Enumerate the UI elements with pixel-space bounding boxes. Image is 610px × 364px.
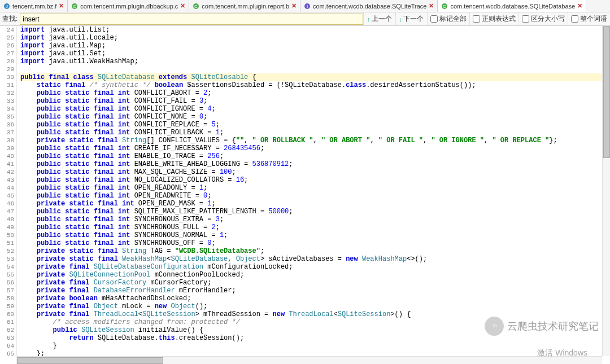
line-number: 61 [0,318,14,326]
code-line[interactable]: import java.util.List; [20,26,610,34]
editor-tabs: Jtencent.mm.bz.f ✕Ccom.tencent.mm.plugin… [0,0,610,12]
line-number: 45 [0,192,14,200]
code-line[interactable]: import java.util.Set; [20,50,610,58]
line-number: 65 [0,350,14,358]
file-type-icon: I [304,3,311,10]
checkbox[interactable] [473,15,480,23]
line-number: 30 [0,73,14,81]
line-number: 62 [0,326,14,334]
code-line[interactable]: /* access modifiers changed from: protec… [20,318,610,326]
code-line[interactable]: import java.util.Locale; [20,34,610,42]
line-number: 24 [0,26,14,34]
editor-tab[interactable]: Icom.tencent.wcdb.database.SQLiteTrace ✕ [300,0,438,12]
line-number: 48 [0,216,14,223]
code-line[interactable]: public static final int SYNCHRONOUS_EXTR… [20,216,610,223]
code-line[interactable]: public static final int CONFLICT_NONE = … [20,113,610,121]
line-number: 42 [0,168,14,176]
code-line[interactable]: private boolean mHasAttachedDbsLocked; [20,295,610,302]
line-gutter: 2425262728293031323334353637383940414243… [0,26,17,364]
scrollbar-thumb[interactable] [17,357,163,364]
code-line[interactable]: private static final WeakHashMap<SQLiteD… [20,255,610,263]
search-option[interactable]: 标记全部 [427,12,469,25]
search-option[interactable]: 正则表达式 [469,12,518,25]
code-line[interactable]: return SQLiteDatabase.this.createSession… [20,334,610,342]
line-number: 54 [0,263,14,271]
code-line[interactable]: public static final int SQLITE_MAX_LIKE_… [20,208,610,216]
search-option[interactable]: 区分大小写 [518,12,568,25]
editor-tab[interactable]: Ccom.tencent.wcdb.database.SQLiteDatabas… [438,0,586,12]
code-line[interactable]: private final CursorFactory mCursorFacto… [20,279,610,287]
code-line[interactable]: public static final int MAX_SQL_CACHE_SI… [20,168,610,176]
vertical-scrollbar[interactable] [602,26,610,356]
close-icon[interactable]: ✕ [59,2,64,10]
code-line[interactable]: public static final int CONFLICT_ABORT =… [20,89,610,97]
checkbox[interactable] [430,15,438,23]
code-line[interactable]: public static final int SYNCHRONOUS_OFF … [20,239,610,247]
scrollbar-thumb[interactable] [603,26,610,158]
code-line[interactable] [20,65,610,73]
code-area[interactable]: import java.util.List;import java.util.L… [17,26,610,364]
search-label: 查找: [0,14,20,24]
code-line[interactable]: static final /* synthetic */ boolean $as… [20,81,610,89]
code-line[interactable]: public static final int CONFLICT_REPLACE… [20,121,610,129]
file-type-icon: C [71,3,78,10]
code-line[interactable]: private static final String[] CONFLICT_V… [20,137,610,144]
line-number: 28 [0,58,14,65]
line-number: 53 [0,255,14,263]
code-line[interactable]: private final SQLiteDatabaseConfiguratio… [20,263,610,271]
line-number: 35 [0,113,14,121]
search-input[interactable] [20,14,363,25]
line-number: 46 [0,200,14,208]
svg-text:I: I [307,4,308,9]
code-line[interactable]: public static final int CONFLICT_ROLLBAC… [20,129,610,137]
line-number: 36 [0,121,14,129]
editor-tab[interactable]: Ccom.tencent.mm.plugin.report.b ✕ [189,0,300,12]
editor-tab[interactable]: Ccom.tencent.mm.plugin.dbbackup.c ✕ [68,0,189,12]
close-icon[interactable]: ✕ [577,2,582,10]
svg-text:C: C [73,4,76,9]
code-line[interactable]: public static final int OPEN_READONLY = … [20,184,610,192]
code-line[interactable]: private final Object mLock = new Object(… [20,302,610,310]
code-line[interactable]: public static final int OPEN_READWRITE =… [20,192,610,200]
code-line[interactable]: public static final int SYNCHRONOUS_NORM… [20,231,610,239]
code-line[interactable]: public static final int ENABLE_WRITE_AHE… [20,160,610,168]
svg-text:J: J [6,4,8,9]
code-line[interactable]: import java.util.WeakHashMap; [20,58,610,65]
code-editor[interactable]: 2425262728293031323334353637383940414243… [0,26,610,364]
line-number: 39 [0,144,14,152]
line-number: 32 [0,89,14,97]
code-line[interactable]: public static final int SYNCHRONOUS_FULL… [20,223,610,231]
line-number: 44 [0,184,14,192]
close-icon[interactable]: ✕ [429,2,434,10]
code-line[interactable]: private SQLiteConnectionPool mConnection… [20,271,610,279]
editor-tab[interactable]: Jtencent.mm.bz.f ✕ [0,0,68,12]
file-type-icon: J [3,3,10,10]
code-line[interactable]: public static final int CONFLICT_FAIL = … [20,97,610,105]
tab-label: tencent.mm.bz.f [12,3,56,10]
code-line[interactable]: public static final int NO_LOCALIZED_COL… [20,176,610,184]
search-option[interactable]: 整个词语 [568,12,610,25]
code-line[interactable]: public final class SQLiteDatabase extend… [20,73,610,81]
code-line[interactable]: public SQLiteSession initialValue() { [20,326,610,334]
line-number: 29 [0,65,14,73]
checkbox[interactable] [571,15,578,23]
code-line[interactable]: public static final int CREATE_IF_NECESS… [20,144,610,152]
close-icon[interactable]: ✕ [180,2,185,10]
code-line[interactable]: private static final int OPEN_READ_MASK … [20,200,610,208]
find-prev-button[interactable]: ↑上一个 [363,12,395,25]
code-line[interactable]: private static final String TAG = "WCDB.… [20,247,610,255]
find-next-button[interactable]: ↓下一个 [395,12,428,25]
checkbox[interactable] [522,15,529,23]
code-line[interactable]: } [20,342,610,350]
line-number: 49 [0,223,14,231]
code-line[interactable]: private final ThreadLocal<SQLiteSession>… [20,310,610,318]
line-number: 38 [0,137,14,144]
code-line[interactable]: import java.util.Map; [20,42,610,50]
close-icon[interactable]: ✕ [291,2,297,10]
code-line[interactable]: public static final int ENABLE_IO_TRACE … [20,152,610,160]
svg-text:C: C [194,4,198,9]
horizontal-scrollbar[interactable] [17,356,602,364]
code-line[interactable]: public static final int CONFLICT_IGNORE … [20,105,610,113]
code-line[interactable]: private final DatabaseErrorHandler mErro… [20,287,610,295]
line-number: 34 [0,105,14,113]
